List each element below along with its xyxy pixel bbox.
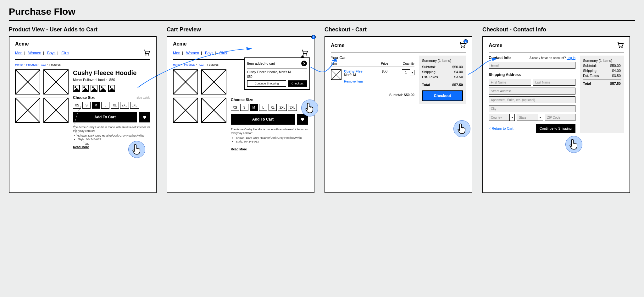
size-s[interactable]: S: [82, 102, 91, 109]
crumb-xyz[interactable]: Xyz: [41, 63, 46, 66]
brand-name: Acme: [489, 43, 502, 48]
login-link[interactable]: Log In: [567, 56, 575, 60]
size-m[interactable]: M: [92, 102, 100, 109]
screen-checkout-cart: Checkout - Cart Acme 1 Your Cart Item: [325, 26, 472, 193]
svg-point-25: [621, 47, 623, 48]
product-subtitle: Men's Pullover Hoodie $50: [73, 78, 150, 82]
thumbnail-placeholder[interactable]: [201, 69, 226, 94]
thumbnail-placeholder[interactable]: [201, 98, 226, 123]
continue-to-shipping-button[interactable]: Continue to Shipping: [536, 124, 575, 133]
brand-name: Acme: [15, 41, 29, 47]
thumbnail-placeholder[interactable]: [15, 98, 40, 123]
frame: Acme Men| Women| Boys| Girls Home›: [9, 36, 157, 193]
size-2xl[interactable]: 2XL: [120, 102, 129, 109]
add-to-cart-button[interactable]: Add To Cart: [73, 112, 137, 122]
thumbnail-placeholder[interactable]: [43, 98, 69, 123]
read-more-link[interactable]: Read More: [231, 148, 247, 151]
size-xl[interactable]: XL: [269, 104, 277, 111]
size-m[interactable]: M: [250, 104, 258, 111]
svg-point-1: [148, 54, 149, 56]
crumb-xyz[interactable]: Xyz: [199, 63, 204, 66]
screen-title: Checkout - Cart: [325, 26, 472, 33]
cart-badge: 1: [311, 35, 316, 39]
image-icon[interactable]: [99, 85, 106, 92]
size-3xl[interactable]: 3XL: [130, 102, 139, 109]
frame: Acme 1 Your Cart Item Price Quantity: [325, 36, 472, 193]
breadcrumb: Home› Products› Xyz› Features: [15, 63, 150, 66]
nav-girls[interactable]: Girls: [219, 51, 227, 55]
image-icon[interactable]: [91, 85, 97, 92]
chevron-down-icon[interactable]: ▾: [510, 114, 515, 121]
size-2xl[interactable]: 2XL: [278, 104, 287, 111]
popover-checkout-button[interactable]: Checkout: [288, 80, 307, 87]
size-l[interactable]: L: [101, 102, 109, 109]
size-xs[interactable]: XS: [231, 104, 239, 111]
cart-added-popover: Item added to cart ✕ Cushy Fleece Hoodie…: [244, 57, 310, 90]
crumb-home[interactable]: Home: [15, 63, 23, 66]
size-xl[interactable]: XL: [111, 102, 119, 109]
size-3xl[interactable]: 3XL: [288, 104, 297, 111]
brand-row: Acme: [15, 41, 150, 47]
chevron-down-icon[interactable]: ▾: [538, 114, 543, 121]
col-price: Price: [377, 62, 392, 65]
add-to-cart-button[interactable]: Add To Cart: [231, 114, 295, 125]
cart-item-link[interactable]: Cushy Flee: [344, 69, 363, 73]
cart-icon[interactable]: 1: [458, 41, 466, 50]
thumbnail-placeholder[interactable]: [15, 69, 40, 94]
cart-icon[interactable]: [616, 41, 624, 50]
flow-divider: [9, 20, 635, 21]
screen-title: Cart Preview: [167, 26, 314, 33]
nav-boys[interactable]: Boys: [205, 51, 214, 55]
screen-title: Checkout - Contact Info: [482, 26, 630, 33]
size-l[interactable]: L: [259, 104, 267, 111]
email-field[interactable]: Email: [489, 62, 575, 69]
size-guide-link[interactable]: Size Guide: [136, 96, 150, 99]
already-account-text: Already have an account?: [530, 56, 566, 60]
continue-shopping-button[interactable]: Continue Shopping: [247, 80, 286, 87]
image-icon[interactable]: [108, 85, 115, 92]
cart-icon[interactable]: [143, 49, 150, 57]
first-name-field[interactable]: First Name: [489, 79, 531, 86]
cart-item-price: $50: [377, 69, 392, 73]
crumb-products[interactable]: Products: [26, 63, 38, 66]
size-xs[interactable]: XS: [73, 102, 81, 109]
thumbnail-placeholder[interactable]: [173, 69, 198, 94]
nav-women[interactable]: Women: [28, 51, 41, 55]
apt-field[interactable]: Apartment, Suite, etc. (optional): [489, 96, 575, 103]
read-more-link[interactable]: Read More: [73, 145, 89, 149]
zip-field[interactable]: ZIP Code: [545, 114, 575, 121]
last-name-field[interactable]: Last Name: [533, 79, 575, 86]
svg-point-24: [619, 47, 620, 48]
crumb-products[interactable]: Products: [184, 63, 196, 66]
size-options: XS S M L XL 2XL 3XL: [73, 102, 150, 109]
screen-title: Product View - User Adds to Cart: [9, 26, 157, 33]
cursor-hand-icon: [565, 136, 582, 153]
checkout-button[interactable]: Checkout: [422, 90, 463, 101]
size-s[interactable]: S: [240, 104, 248, 111]
qty-input[interactable]: 1: [402, 69, 410, 75]
city-field[interactable]: City: [489, 105, 575, 112]
svg-point-21: [464, 47, 465, 48]
crumb-home[interactable]: Home: [173, 63, 180, 66]
image-icon[interactable]: [73, 85, 80, 92]
thumbnail-placeholder[interactable]: [173, 98, 198, 123]
remove-item-link[interactable]: Remove Item: [344, 80, 363, 83]
nav-boys[interactable]: Boys: [47, 51, 56, 55]
close-icon[interactable]: ✕: [301, 61, 307, 66]
flow-title: Purchase Flow: [9, 6, 635, 17]
nav-men[interactable]: Men: [15, 51, 22, 55]
qty-dropdown-icon[interactable]: ▾: [410, 70, 414, 75]
frame: Acme Contact Info Already have an accoun…: [482, 36, 630, 193]
favorite-button[interactable]: [139, 112, 150, 122]
nav-women[interactable]: Women: [186, 51, 199, 55]
street-field[interactable]: Street Address: [489, 88, 575, 94]
state-select[interactable]: State: [517, 114, 538, 121]
country-select[interactable]: Country: [489, 114, 510, 121]
image-icon[interactable]: [82, 85, 89, 92]
return-to-cart-link[interactable]: < Return to Cart: [489, 127, 514, 130]
nav-men[interactable]: Men: [173, 51, 180, 55]
choose-size-label: Choose Size: [231, 98, 253, 102]
nav-girls[interactable]: Girls: [61, 51, 69, 55]
thumbnail-placeholder[interactable]: [43, 69, 69, 94]
order-summary: Summary (1 items) Subtotal:$50.00 Shippi…: [580, 56, 624, 133]
